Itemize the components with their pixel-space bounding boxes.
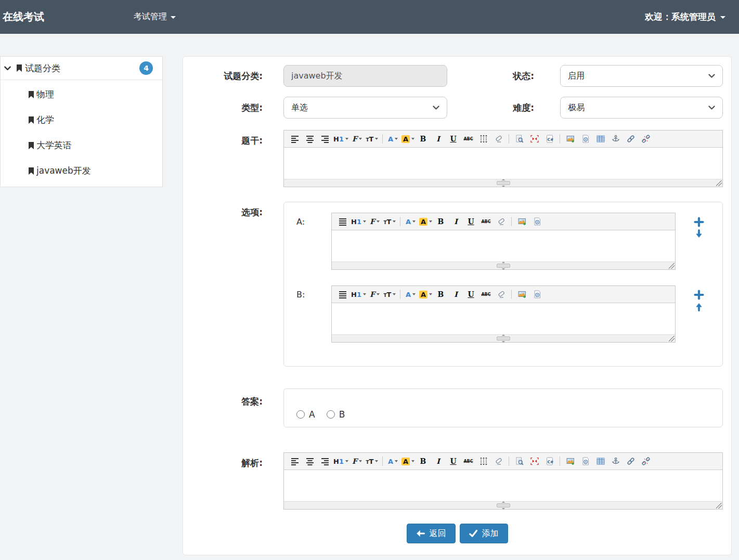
background-color-icon[interactable]: A [400, 455, 416, 467]
line-height-icon[interactable] [476, 455, 491, 467]
user-menu[interactable]: 欢迎：系统管理员 [645, 11, 739, 23]
background-color-icon[interactable]: A [400, 133, 416, 145]
font-size-icon[interactable]: TT [382, 288, 397, 301]
insert-code-icon[interactable]: C# [542, 455, 557, 467]
insert-table-icon[interactable] [593, 133, 608, 145]
italic-icon[interactable]: I [431, 133, 446, 145]
underline-icon[interactable]: U [463, 215, 478, 228]
strikethrough-icon[interactable]: ABC [478, 215, 494, 228]
option-a-editor-content[interactable] [332, 230, 675, 262]
insert-media-icon[interactable] [529, 288, 544, 301]
option-b-editor-content[interactable] [332, 303, 675, 334]
font-family-icon[interactable]: F [367, 288, 382, 301]
link-icon[interactable] [623, 133, 638, 145]
anchor-icon[interactable] [608, 133, 623, 145]
preview-icon[interactable] [512, 133, 527, 145]
fullscreen-icon[interactable] [527, 133, 542, 145]
corner-resize-grip[interactable] [716, 503, 722, 509]
heading-icon[interactable]: H1 [350, 288, 367, 301]
underline-icon[interactable]: U [446, 455, 461, 467]
answer-option-b[interactable]: B [327, 409, 345, 420]
font-family-icon[interactable]: F [367, 215, 382, 228]
align-right-icon[interactable] [317, 455, 332, 467]
align-left-icon[interactable] [287, 133, 302, 145]
bold-icon[interactable]: B [433, 215, 448, 228]
add-button[interactable]: 添加 [460, 524, 508, 543]
back-button[interactable]: 返回 [407, 524, 456, 543]
align-center-icon[interactable] [302, 455, 317, 467]
text-color-icon[interactable]: A [403, 215, 418, 228]
nav-exam-management[interactable]: 考试管理 [134, 11, 176, 22]
corner-resize-grip[interactable] [716, 180, 722, 186]
background-color-icon[interactable]: A [418, 215, 433, 228]
insert-image-icon[interactable] [563, 133, 578, 145]
sidebar-root-node[interactable]: 试题分类 4 [1, 57, 162, 80]
heading-icon[interactable]: H1 [332, 455, 349, 467]
fullscreen-icon[interactable] [527, 455, 542, 467]
font-size-icon[interactable]: TT [382, 215, 397, 228]
italic-icon[interactable]: I [431, 455, 446, 467]
insert-image-icon[interactable] [563, 455, 578, 467]
heading-icon[interactable]: H1 [350, 215, 367, 228]
remove-format-icon[interactable] [494, 288, 509, 301]
remove-format-icon[interactable] [494, 215, 509, 228]
sidebar-item-javaweb[interactable]: javaweb开发 [1, 158, 162, 184]
unlink-icon[interactable] [638, 133, 653, 145]
answer-option-a[interactable]: A [296, 409, 315, 420]
text-color-icon[interactable]: A [403, 288, 418, 301]
resize-handle[interactable] [497, 264, 510, 268]
difficulty-select[interactable]: 极易 [560, 97, 723, 119]
justify-icon[interactable] [335, 288, 350, 301]
insert-table-icon[interactable] [593, 455, 608, 467]
bold-icon[interactable]: B [416, 455, 431, 467]
strikethrough-icon[interactable]: ABC [461, 133, 476, 145]
unlink-icon[interactable] [638, 455, 653, 467]
remove-format-icon[interactable] [491, 133, 506, 145]
resize-handle[interactable] [497, 503, 510, 507]
align-left-icon[interactable] [287, 455, 302, 467]
link-icon[interactable] [623, 455, 638, 467]
sidebar-item-college-english[interactable]: 大学英语 [1, 133, 162, 158]
insert-code-icon[interactable]: C# [542, 133, 557, 145]
align-right-icon[interactable] [317, 133, 332, 145]
corner-resize-grip[interactable] [669, 336, 675, 342]
underline-icon[interactable]: U [446, 133, 461, 145]
move-option-down-icon[interactable] [694, 229, 704, 239]
sidebar-item-physics[interactable]: 物理 [1, 82, 162, 107]
font-family-icon[interactable]: F [349, 133, 365, 145]
font-family-icon[interactable]: F [349, 455, 365, 467]
preview-icon[interactable] [512, 455, 527, 467]
insert-media-icon[interactable] [578, 455, 593, 467]
italic-icon[interactable]: I [448, 215, 463, 228]
font-size-icon[interactable]: TT [365, 133, 380, 145]
insert-image-icon[interactable] [514, 215, 529, 228]
stem-editor-content[interactable] [284, 148, 722, 179]
italic-icon[interactable]: I [448, 288, 463, 301]
analysis-editor-content[interactable] [284, 470, 722, 501]
insert-media-icon[interactable] [529, 215, 544, 228]
bold-icon[interactable]: B [416, 133, 431, 145]
text-color-icon[interactable]: A [385, 133, 400, 145]
add-option-icon[interactable] [694, 290, 704, 300]
anchor-icon[interactable] [608, 455, 623, 467]
answer-radio-b[interactable] [327, 410, 335, 419]
corner-resize-grip[interactable] [669, 263, 675, 269]
line-height-icon[interactable] [476, 133, 491, 145]
status-select[interactable]: 启用 [560, 65, 723, 87]
strikethrough-icon[interactable]: ABC [461, 455, 476, 467]
bold-icon[interactable]: B [433, 288, 448, 301]
move-option-up-icon[interactable] [694, 302, 704, 312]
insert-media-icon[interactable] [578, 133, 593, 145]
type-select[interactable]: 单选 [283, 97, 447, 119]
resize-handle[interactable] [497, 336, 510, 341]
remove-format-icon[interactable] [491, 455, 506, 467]
sidebar-item-chemistry[interactable]: 化学 [1, 107, 162, 133]
add-option-icon[interactable] [694, 217, 704, 227]
font-size-icon[interactable]: TT [365, 455, 380, 467]
text-color-icon[interactable]: A [385, 455, 400, 467]
insert-image-icon[interactable] [514, 288, 529, 301]
strikethrough-icon[interactable]: ABC [478, 288, 494, 301]
justify-icon[interactable] [335, 215, 350, 228]
align-center-icon[interactable] [302, 133, 317, 145]
underline-icon[interactable]: U [463, 288, 478, 301]
